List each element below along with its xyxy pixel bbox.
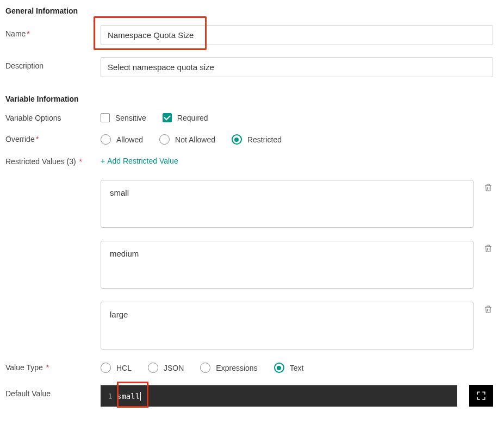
label-default-value: Default Value [5,385,101,398]
line-number: 1 [101,392,117,401]
restricted-value-row: small [101,180,493,228]
radio-label: Allowed [116,135,143,144]
label-variable-options: Variable Options [5,113,101,122]
label-override: Override* [5,134,101,144]
expand-button[interactable] [469,385,493,407]
label-restricted-values: Restricted Values (3) * [5,157,101,166]
radio-override-allowed[interactable]: Allowed [101,134,143,145]
checkbox-checked-icon [163,113,172,122]
section-variable: Variable Information [5,95,493,103]
radio-icon [200,363,210,373]
label-name: Name* [5,25,101,38]
radio-icon [101,363,111,373]
name-input[interactable] [101,25,493,45]
delete-restricted-value-button[interactable] [483,241,493,255]
label-value-type: Value Type * [5,363,101,372]
delete-restricted-value-button[interactable] [483,302,493,316]
restricted-value-input[interactable]: medium [101,241,474,289]
label-description: Description [5,57,101,70]
radio-icon [148,363,158,373]
radio-value-type-text[interactable]: Text [274,363,304,373]
checkbox-label: Sensitive [115,114,146,122]
editor-content: small [117,392,140,401]
restricted-value-input[interactable]: small [101,180,474,228]
checkbox-sensitive[interactable]: Sensitive [101,113,146,122]
radio-icon [101,134,111,145]
radio-icon [159,134,170,145]
default-value-editor[interactable]: 1 small [101,385,457,407]
radio-label: HCL [116,364,132,372]
restricted-value-row: large [101,302,493,350]
radio-label: Expressions [216,364,257,372]
radio-label: Not Allowed [175,135,215,144]
maximize-icon [476,391,486,401]
delete-restricted-value-button[interactable] [483,180,493,195]
plus-icon: + [101,157,105,165]
checkbox-required[interactable]: Required [163,113,208,122]
radio-label: Text [290,364,304,372]
radio-override-not-allowed[interactable]: Not Allowed [159,134,215,145]
radio-selected-icon [232,134,242,145]
radio-override-restricted[interactable]: Restricted [232,134,282,145]
add-restricted-value-button[interactable]: + Add Restricted Value [101,157,493,165]
add-restricted-label: Add Restricted Value [107,157,178,165]
description-input[interactable] [101,57,493,77]
radio-value-type-json[interactable]: JSON [148,363,184,373]
radio-label: JSON [164,364,184,372]
section-general: General Information [5,7,493,15]
radio-value-type-expressions[interactable]: Expressions [200,363,257,373]
checkbox-icon [101,113,110,122]
radio-label: Restricted [247,135,282,144]
restricted-value-input[interactable]: large [101,302,474,350]
radio-value-type-hcl[interactable]: HCL [101,363,132,373]
radio-selected-icon [274,363,284,373]
restricted-value-row: medium [101,241,493,289]
caret-icon [140,392,141,401]
checkbox-label: Required [177,114,208,122]
